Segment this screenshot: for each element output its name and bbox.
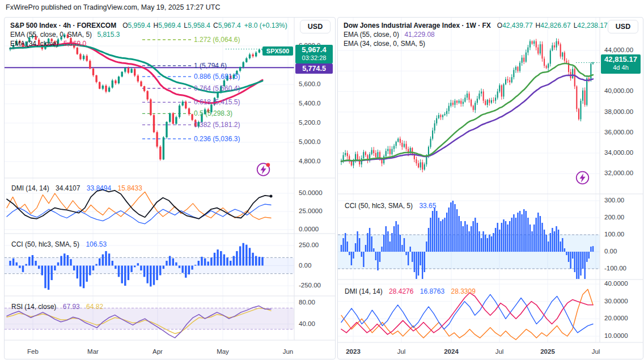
fib-level-label: 1 (5,794.6) xyxy=(194,62,227,70)
dmi-orange-value: 28.3309 xyxy=(451,287,476,295)
price-scale-left[interactable] xyxy=(294,18,335,340)
dmi-blue-value: 16.8763 xyxy=(420,287,444,295)
fib-level-label: 0.618 (5,415.5) xyxy=(194,98,240,106)
fib-level-label: 1.272 (6,064.6) xyxy=(194,36,240,44)
dmi-header-left: DMI (14, 14) 34.4107 33.8494 15.8433 xyxy=(11,184,142,192)
rsi-value: 67.93 xyxy=(63,303,80,311)
attribution-text: FxWirePro published on TradingView.com, … xyxy=(6,3,220,11)
dow-ema34-row: EMA (34, close, 0, SMA, 5) xyxy=(344,40,425,48)
sp500-chart-card: S&P 500 Index · 4h · FOREXCOMO5,959.4H5,… xyxy=(4,17,336,359)
cci-header-right: CCI (50, hlc3, SMA, 5) 33.65 xyxy=(345,202,436,210)
dmi-minus-di-value: 15.8433 xyxy=(118,184,142,192)
dmi-label: DMI (14, 14) xyxy=(11,184,49,192)
fib-level-label: 0.236 (5,036.3) xyxy=(194,135,240,143)
fib-level-label: 0.382 (5,181.2) xyxy=(194,121,240,129)
ema34-label: EMA (34, close) xyxy=(10,40,58,48)
ema55-label: EMA (55, close, 0, SMA, 5) xyxy=(10,31,92,39)
cci-label-right: CCI (50, hlc3, SMA, 5) xyxy=(345,202,413,210)
cci-value: 106.53 xyxy=(86,240,107,248)
rsi-ma-value: 64.82 xyxy=(86,303,103,311)
tradingview-snapshot: FxWirePro published on TradingView.com, … xyxy=(0,0,644,360)
fib-level-label: 0.5 (5,298.3) xyxy=(194,109,232,117)
ema55-value-right: 41,229.08 xyxy=(404,31,434,39)
dmi-adx-value: 34.4107 xyxy=(56,184,80,192)
rsi-label: RSI (14, close) xyxy=(11,303,56,311)
fib-level-label: 0.886 (5,681.5) xyxy=(194,73,240,81)
ema55-label-right: EMA (55, close, 0) xyxy=(344,31,399,39)
dmi-pink-value: 28.4276 xyxy=(389,287,413,295)
dow-plot[interactable] xyxy=(338,18,643,359)
ema34-label-right: EMA (34, close, 0, SMA, 5) xyxy=(344,40,425,48)
dow-ohlc: O42,439.77H42,826.67L42,238.17… xyxy=(494,22,615,29)
sp500-change: +8.0 (+0.13%) xyxy=(244,22,287,29)
dow-ema55-row: EMA (55, close, 0) 41,229.08 xyxy=(344,31,435,39)
dmi-plus-di-value: 33.8494 xyxy=(87,184,111,192)
sp500-ema34-row: EMA (34, close) 5,869.0 xyxy=(10,40,86,48)
fib-level-label: 0.764 (5,560.4) xyxy=(194,84,240,92)
dow-chart-card: Dow Jones Industrial Average Index · 1W … xyxy=(337,17,643,359)
dow-header-row: Dow Jones Industrial Average Index · 1W … xyxy=(344,22,615,29)
sp500-ohlc: O5,959.4H5,969.4L5,958.4C5,967.4 xyxy=(120,22,241,29)
price-scale-right[interactable] xyxy=(600,18,643,342)
dmi-label-right: DMI (14, 14) xyxy=(345,287,383,295)
sp500-ema55-row: EMA (55, close, 0, SMA, 5) 5,815.3 xyxy=(10,31,120,39)
ema55-value: 5,815.3 xyxy=(97,31,120,39)
cci-label: CCI (50, hlc3, SMA, 5) xyxy=(11,240,79,248)
sp500-header-row: S&P 500 Index · 4h · FOREXCOMO5,959.4H5,… xyxy=(10,22,287,29)
dmi-header-right: DMI (14, 14) 28.4276 16.8763 28.3309 xyxy=(345,287,476,295)
time-scale-right[interactable] xyxy=(338,342,643,359)
sp500-title: S&P 500 Index · 4h · FOREXCOM xyxy=(10,22,116,29)
cci-header-left: CCI (50, hlc3, SMA, 5) 106.53 xyxy=(11,240,107,248)
symbol-badge: SPX500 xyxy=(262,46,293,56)
rsi-header-left: RSI (14, close) 67.93 64.82 xyxy=(11,303,103,311)
dow-title: Dow Jones Industrial Average Index · 1W … xyxy=(344,22,491,29)
time-scale-left[interactable] xyxy=(5,340,335,359)
cci-value-right: 33.65 xyxy=(419,202,436,210)
ema34-value: 5,869.0 xyxy=(63,40,86,48)
